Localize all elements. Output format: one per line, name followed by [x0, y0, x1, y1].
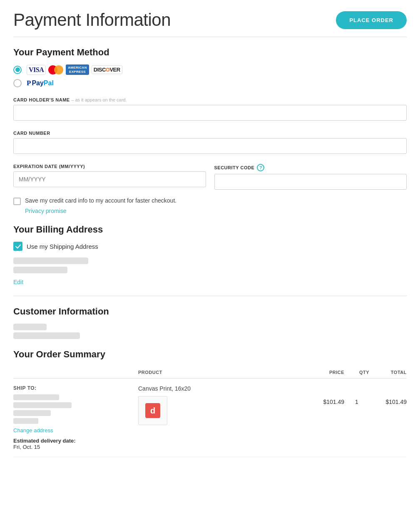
- security-code-label: SECURITY CODE: [214, 165, 255, 170]
- expiry-section: EXPIRATION DATE (MM/YYYY): [13, 164, 206, 190]
- privacy-link[interactable]: Privacy promise: [25, 208, 407, 214]
- billing-address-section: Your Billing Address Use my Shipping Add…: [13, 224, 407, 286]
- ship-to-column: SHIP TO: Change address Estimated delive…: [13, 385, 138, 450]
- security-code-section: SECURITY CODE ?: [214, 164, 407, 190]
- mc-circle-right: [54, 65, 63, 74]
- security-code-input[interactable]: [214, 174, 407, 190]
- paypal-text: PayPal: [32, 79, 53, 87]
- holder-name-input[interactable]: [13, 105, 407, 121]
- order-summary-title: Your Order Summary: [13, 349, 407, 360]
- credit-card-radio[interactable]: [13, 66, 22, 74]
- product-thumbnail: d: [138, 396, 167, 425]
- ship-to-label: SHIP TO:: [13, 385, 138, 391]
- expiry-label: EXPIRATION DATE (MM/YYYY): [13, 164, 206, 169]
- page-header: Payment Information PLACE ORDER: [13, 10, 407, 37]
- card-holder-name-section: CARD HOLDER'S NAME – as it appears on th…: [13, 97, 407, 127]
- amex-logo: AMERICANEXPRESS: [66, 64, 89, 75]
- paypal-radio[interactable]: [13, 79, 22, 87]
- payment-method-title: Your Payment Method: [13, 47, 407, 58]
- ship-addr-blur-2: [13, 402, 72, 408]
- save-card-text: Save my credit card info to my account f…: [25, 197, 176, 204]
- card-number-input[interactable]: [13, 138, 407, 154]
- customer-info-section: Customer Information: [13, 306, 407, 339]
- ship-addr-blur-1: [13, 394, 59, 400]
- qty-col-header: QTY: [344, 370, 369, 375]
- page-title: Payment Information: [13, 10, 171, 30]
- divider-1: [13, 296, 407, 296]
- total-column: $101.49: [369, 385, 407, 405]
- delivery-date-label: Estimated delivery date:: [13, 438, 138, 444]
- order-table-header: PRODUCT PRICE QTY TOTAL: [13, 366, 407, 379]
- price-column: $101.49: [311, 385, 344, 405]
- credit-card-option[interactable]: VISA AMERICANEXPRESS DISCOVER: [13, 64, 407, 75]
- total-col-header: TOTAL: [369, 370, 407, 375]
- use-shipping-checkbox[interactable]: [13, 242, 22, 251]
- security-label-row: SECURITY CODE ?: [214, 164, 407, 171]
- mastercard-logo: [48, 65, 63, 74]
- save-card-section: Save my credit card info to my account f…: [13, 197, 407, 214]
- expiry-input[interactable]: [13, 171, 206, 187]
- order-row: SHIP TO: Change address Estimated delive…: [13, 379, 407, 457]
- use-shipping-row[interactable]: Use my Shipping Address: [13, 242, 407, 251]
- save-card-checkbox[interactable]: [13, 198, 21, 205]
- product-thumb-icon: d: [145, 403, 160, 418]
- price-col-header: PRICE: [311, 370, 344, 375]
- expiry-security-row: EXPIRATION DATE (MM/YYYY) SECURITY CODE …: [13, 164, 407, 190]
- change-address-link[interactable]: Change address: [13, 427, 138, 433]
- ship-addr-blur-3: [13, 410, 51, 416]
- security-info-icon[interactable]: ?: [257, 164, 264, 171]
- use-shipping-label: Use my Shipping Address: [27, 243, 98, 250]
- delivery-date-value: Fri, Oct. 15: [13, 444, 138, 450]
- customer-info-blur-2: [13, 332, 80, 339]
- product-column: Canvas Print, 16x20 d: [138, 385, 311, 425]
- address-line-1-blur: [13, 258, 88, 264]
- paypal-option[interactable]: P PayPal: [13, 79, 407, 87]
- card-number-label: CARD NUMBER: [13, 131, 407, 136]
- billing-address-display: [13, 258, 407, 273]
- product-name: Canvas Print, 16x20: [138, 385, 311, 392]
- customer-info-title: Customer Information: [13, 306, 407, 317]
- customer-info-blurred: [13, 324, 407, 339]
- product-col-header: PRODUCT: [138, 370, 311, 375]
- edit-billing-link[interactable]: Edit: [13, 279, 23, 285]
- ship-to-col-header: [13, 370, 138, 375]
- holder-name-label: CARD HOLDER'S NAME – as it appears on th…: [13, 97, 407, 102]
- save-card-row: Save my credit card info to my account f…: [13, 197, 407, 205]
- payment-method-section: Your Payment Method VISA AMERICANEXPRESS…: [13, 47, 407, 87]
- billing-address-title: Your Billing Address: [13, 224, 407, 235]
- address-line-2-blur: [13, 267, 67, 273]
- qty-column: 1: [344, 385, 369, 405]
- checkmark-icon: [15, 244, 21, 249]
- visa-logo: VISA: [27, 65, 46, 75]
- ship-addr-blur-4: [13, 418, 38, 424]
- place-order-button[interactable]: PLACE ORDER: [336, 11, 407, 29]
- discover-logo: DISCOVER: [92, 65, 122, 74]
- paypal-icon: P: [27, 79, 31, 87]
- holder-name-note: – as it appears on the card.: [71, 97, 127, 102]
- card-number-section: CARD NUMBER: [13, 131, 407, 161]
- card-logos: VISA AMERICANEXPRESS DISCOVER: [27, 64, 122, 75]
- paypal-logo: P PayPal: [27, 79, 54, 87]
- customer-info-blur-1: [13, 324, 47, 330]
- order-summary-section: Your Order Summary PRODUCT PRICE QTY TOT…: [13, 349, 407, 457]
